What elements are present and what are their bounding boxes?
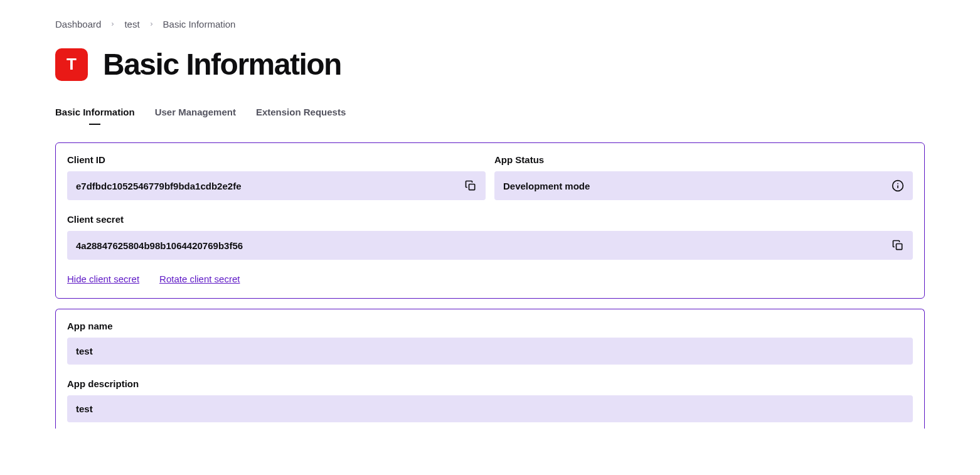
app-description-input[interactable]	[67, 395, 913, 422]
client-secret-value: 4a28847625804b98b1064420769b3f56	[76, 240, 243, 251]
svg-rect-4	[897, 244, 902, 250]
credentials-panel: Client ID e7dfbdc1052546779bf9bda1cdb2e2…	[55, 142, 925, 299]
app-status-value: Development mode	[503, 181, 590, 191]
tab-basic-information[interactable]: Basic Information	[55, 107, 135, 125]
copy-icon	[464, 179, 477, 192]
hide-client-secret-link[interactable]: Hide client secret	[67, 274, 139, 284]
client-secret-box: 4a28847625804b98b1064420769b3f56	[67, 231, 913, 260]
app-status-box: Development mode	[494, 171, 913, 200]
app-status-label: App Status	[494, 154, 913, 165]
breadcrumb-dashboard[interactable]: Dashboard	[55, 19, 101, 29]
tabs: Basic Information User Management Extens…	[55, 107, 925, 125]
tab-user-management[interactable]: User Management	[155, 107, 236, 125]
copy-client-id-button[interactable]	[464, 179, 477, 192]
chevron-right-icon	[149, 19, 154, 29]
breadcrumb: Dashboard test Basic Information	[55, 19, 925, 29]
app-status-info-button[interactable]	[892, 179, 904, 192]
app-name-input[interactable]	[67, 338, 913, 365]
info-icon	[892, 179, 904, 192]
copy-client-secret-button[interactable]	[892, 239, 904, 252]
client-id-box: e7dfbdc1052546779bf9bda1cdb2e2fe	[67, 171, 486, 200]
copy-icon	[892, 239, 904, 252]
app-details-panel: App name App description	[55, 309, 925, 429]
app-icon: T	[55, 48, 88, 81]
breadcrumb-current: Basic Information	[163, 19, 236, 29]
page-header: T Basic Information	[55, 47, 925, 82]
svg-rect-0	[469, 184, 475, 190]
tab-extension-requests[interactable]: Extension Requests	[256, 107, 346, 125]
app-description-label: App description	[67, 378, 913, 389]
client-secret-label: Client secret	[67, 214, 913, 225]
page-title: Basic Information	[103, 47, 341, 82]
client-id-value: e7dfbdc1052546779bf9bda1cdb2e2fe	[76, 181, 241, 191]
chevron-right-icon	[110, 19, 115, 29]
breadcrumb-app[interactable]: test	[124, 19, 139, 29]
app-name-label: App name	[67, 321, 913, 331]
rotate-client-secret-link[interactable]: Rotate client secret	[159, 274, 240, 284]
client-id-label: Client ID	[67, 154, 486, 165]
